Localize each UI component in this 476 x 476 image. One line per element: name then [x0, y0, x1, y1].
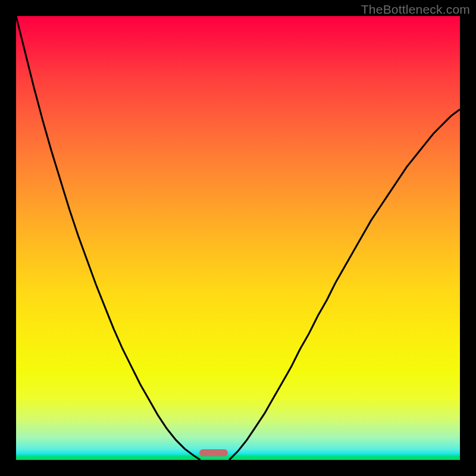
plot-area — [16, 16, 460, 460]
curve-layer — [16, 16, 460, 460]
watermark-text: TheBottleneck.com — [361, 2, 470, 17]
right-curve — [229, 109, 460, 460]
left-curve — [16, 16, 201, 460]
chart-frame: TheBottleneck.com — [0, 0, 476, 476]
